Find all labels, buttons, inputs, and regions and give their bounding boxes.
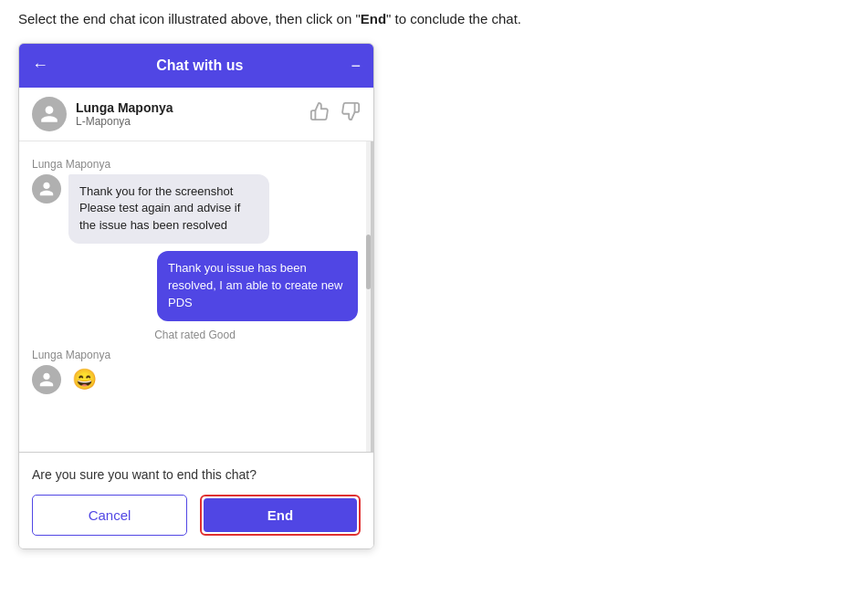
agent-sender-label-2: Lunga Maponya	[32, 349, 358, 361]
end-chat-confirm: Are you sure you want to end this chat? …	[19, 452, 373, 548]
agent-actions	[309, 101, 361, 126]
person-icon	[39, 104, 59, 124]
message-row-user-1: Thank you issue has been resolved, I am …	[32, 251, 358, 321]
message-row-emoji: 😄	[32, 365, 358, 394]
end-chat-question: Are you sure you want to end this chat?	[32, 467, 361, 482]
chat-status: Chat rated Good	[32, 329, 358, 341]
back-button[interactable]: ←	[32, 56, 48, 75]
end-chat-buttons: Cancel End	[32, 495, 361, 536]
minimize-button[interactable]: −	[351, 57, 361, 74]
agent-username: L-Maponya	[76, 115, 309, 128]
agent-msg-avatar-2	[32, 365, 61, 394]
user-message-bubble-1: Thank you issue has been resolved, I am …	[157, 251, 358, 321]
instruction-text: Select the end chat icon illustrated abo…	[18, 9, 831, 30]
agent-sender-label-1: Lunga Maponya	[32, 158, 358, 171]
agent-bar: Lunga Maponya L-Maponya	[19, 88, 373, 141]
end-button-wrapper: End	[200, 495, 361, 536]
chat-messages[interactable]: Lunga Maponya Thank you for the screensh…	[19, 141, 373, 452]
cancel-button[interactable]: Cancel	[32, 495, 187, 536]
chat-header: ← Chat with us −	[19, 44, 373, 88]
agent-info: Lunga Maponya L-Maponya	[76, 100, 309, 128]
end-button[interactable]: End	[204, 498, 357, 532]
agent-avatar	[32, 97, 67, 131]
thumbs-up-icon[interactable]	[309, 101, 330, 126]
emoji-message: 😄	[72, 368, 97, 392]
scroll-thumb	[366, 235, 371, 289]
scrollbar[interactable]	[366, 141, 371, 452]
message-row-agent-1: Thank you for the screenshot Please test…	[32, 174, 358, 245]
agent-avatar-icon-2	[38, 371, 55, 388]
chat-window: ← Chat with us − Lunga Maponya L-Maponya	[18, 43, 374, 549]
agent-avatar-icon	[38, 181, 55, 197]
agent-name: Lunga Maponya	[76, 100, 309, 115]
instruction-bold: End	[361, 11, 386, 26]
agent-message-bubble-1: Thank you for the screenshot Please test…	[68, 174, 269, 245]
agent-msg-avatar	[32, 174, 61, 204]
chat-title: Chat with us	[48, 57, 351, 74]
thumbs-down-icon[interactable]	[341, 101, 361, 126]
